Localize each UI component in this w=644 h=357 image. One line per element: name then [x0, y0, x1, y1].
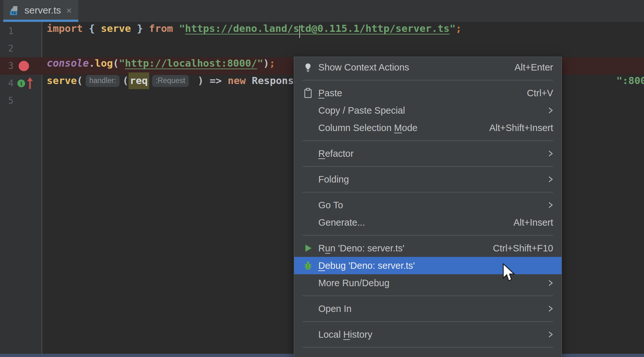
menu-icon-placeholder — [303, 200, 313, 211]
menu-item-label: Go To — [318, 200, 343, 211]
menu-item-label: Run 'Deno: server.ts' — [318, 243, 404, 254]
menu-item-label: Paste — [318, 88, 342, 99]
identifier-highlight: req — [129, 72, 149, 89]
code-line-2[interactable] — [47, 40, 644, 57]
menu-item-label: Open In — [318, 304, 351, 314]
menu-item-label: Refactor — [318, 148, 354, 159]
menu-item-label: Debug 'Deno: server.ts' — [318, 260, 415, 271]
menu-item-more-run-debug[interactable]: More Run/Debug — [294, 274, 562, 292]
line-number[interactable]: 4 — [0, 75, 14, 92]
menu-shortcut: Ctrl+Shift+F10 — [493, 243, 553, 254]
typescript-file-icon: TS — [8, 5, 20, 17]
inlay-hint: handler: — [86, 75, 120, 87]
menu-item-copy-paste-special[interactable]: Copy / Paste Special — [294, 102, 562, 119]
line-number[interactable]: 1 — [0, 23, 14, 40]
menu-item-refactor[interactable]: Refactor — [294, 145, 562, 162]
menu-separator — [303, 321, 553, 322]
submenu-arrow-icon — [548, 304, 553, 313]
menu-item-label: More Run/Debug — [318, 278, 389, 288]
menu-shortcut: Alt+Insert — [514, 217, 553, 228]
submenu-arrow-icon — [548, 149, 553, 158]
menu-item-local-history[interactable]: Local History — [294, 326, 562, 343]
menu-separator — [303, 140, 553, 141]
menu-separator — [303, 192, 553, 193]
menu-shortcut: Ctrl+V — [527, 88, 553, 99]
submenu-arrow-icon — [548, 106, 553, 115]
line-number[interactable]: 3 — [0, 57, 14, 75]
debug-icon — [303, 260, 313, 271]
run-icon — [303, 243, 313, 254]
submenu-arrow-icon — [548, 278, 553, 287]
menu-separator — [303, 347, 553, 348]
menu-icon-placeholder — [303, 217, 313, 228]
gutter-icons[interactable]: I — [17, 75, 34, 92]
tab-title: server.ts — [24, 5, 61, 16]
line-number[interactable]: 5 — [0, 92, 14, 109]
menu-icon-placeholder — [303, 105, 313, 116]
menu-icon-placeholder — [303, 122, 313, 133]
override-marker-icon[interactable]: I — [17, 79, 26, 88]
menu-item-label: Column Selection Mode — [318, 123, 418, 133]
inlay-hint: :Request — [152, 75, 189, 87]
menu-item-label: Local History — [318, 329, 372, 340]
ide-window: TS server.ts × 1import { serve } from "h… — [0, 0, 644, 357]
menu-separator — [303, 166, 553, 167]
svg-text:TS: TS — [11, 11, 16, 15]
menu-item-label: Copy / Paste Special — [318, 105, 405, 116]
submenu-arrow-icon — [548, 330, 553, 339]
context-menu: Show Context ActionsAlt+EnterPasteCtrl+V… — [294, 57, 562, 357]
menu-icon-placeholder — [303, 303, 313, 314]
menu-shortcut: Alt+Shift+Insert — [489, 123, 553, 133]
menu-item-folding[interactable]: Folding — [294, 171, 562, 188]
menu-item-generate[interactable]: Generate...Alt+Insert — [294, 214, 562, 231]
breakpoint-icon[interactable] — [19, 61, 29, 71]
menu-item-debug-deno-server-ts[interactable]: Debug 'Deno: server.ts' — [294, 257, 562, 274]
editor-tab-bar: TS server.ts × — [0, 0, 644, 22]
menu-separator — [303, 235, 553, 236]
lightbulb-icon — [303, 62, 313, 73]
menu-icon-placeholder — [303, 174, 313, 185]
code-line-1[interactable]: import { serve } from "https://deno.land… — [47, 23, 644, 40]
menu-icon-placeholder — [303, 277, 313, 288]
tab-close-icon[interactable]: × — [66, 6, 72, 15]
menu-separator — [303, 296, 553, 296]
menu-item-label: Generate... — [318, 217, 365, 228]
clipboard-icon — [303, 88, 313, 99]
menu-icon-placeholder — [303, 329, 313, 340]
menu-item-show-context-actions[interactable]: Show Context ActionsAlt+Enter — [294, 59, 562, 76]
navigate-up-icon[interactable] — [26, 77, 34, 89]
menu-item-label: Folding — [318, 174, 349, 185]
submenu-arrow-icon — [548, 175, 553, 184]
code-line-tail: ":8000" }); — [616, 75, 644, 86]
menu-item-run-deno-server-ts[interactable]: Run 'Deno: server.ts'Ctrl+Shift+F10 — [294, 240, 562, 257]
svg-text:I: I — [20, 80, 23, 87]
mouse-cursor — [502, 263, 517, 285]
submenu-arrow-icon — [548, 201, 553, 210]
line-number[interactable]: 2 — [0, 40, 14, 57]
menu-item-paste[interactable]: PasteCtrl+V — [294, 84, 562, 102]
editor-tab-server-ts[interactable]: TS server.ts × — [3, 0, 78, 22]
menu-item-label: Show Context Actions — [318, 62, 409, 73]
menu-separator — [303, 80, 553, 80]
menu-shortcut: Alt+Enter — [514, 62, 553, 73]
menu-item-column-selection-mode[interactable]: Column Selection ModeAlt+Shift+Insert — [294, 119, 562, 136]
menu-icon-placeholder — [303, 148, 313, 159]
menu-item-go-to[interactable]: Go To — [294, 196, 562, 214]
menu-item-open-in[interactable]: Open In — [294, 300, 562, 317]
